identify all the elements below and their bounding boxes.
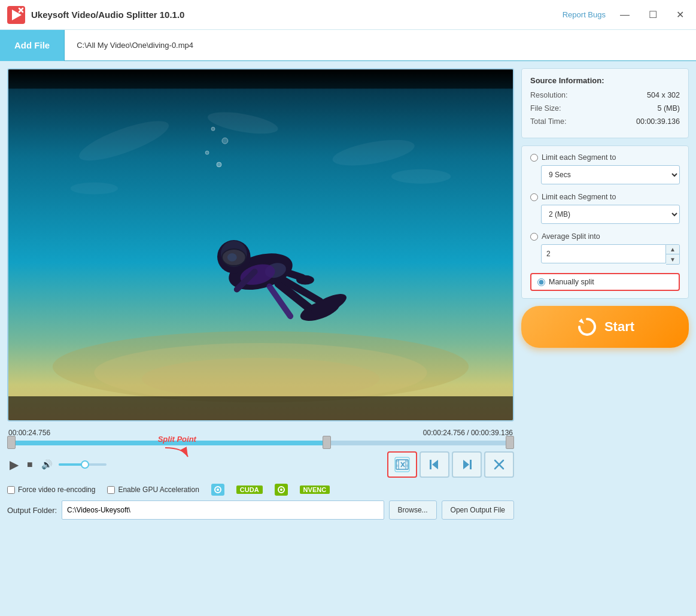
average-split-input[interactable] [541, 244, 666, 263]
svg-point-54 [280, 488, 282, 491]
volume-icon[interactable]: 🔊 [39, 457, 55, 472]
split-at-point-button[interactable] [387, 451, 417, 478]
resolution-label: Resolution: [530, 91, 568, 99]
limit-time-option: Limit each Segment to 9 Secs 10 Secs 15 … [530, 153, 680, 184]
limit-time-header: Limit each Segment to [530, 153, 680, 162]
time-display-row: 00:00:24.756 00:00:24.756 / 00:00:39.136 [7, 429, 514, 439]
video-overlay-bottom [8, 396, 513, 420]
file-path-display: C:\All My Video\One\diving-0.mp4 [65, 30, 696, 60]
average-split-header: Average Split into [530, 232, 680, 241]
limit-mb-header: Limit each Segment to [530, 193, 680, 201]
checkbox-row: Force video re-encoding Enable GPU Accel… [7, 484, 514, 496]
video-player[interactable] [7, 68, 514, 421]
nvenc-badge: NVENC [300, 485, 330, 494]
title-bar-left: Ukeysoft Video/Audio Splitter 10.1.0 [7, 6, 184, 24]
svg-rect-38 [406, 465, 408, 467]
svg-rect-35 [396, 460, 399, 462]
limit-mb-option: Limit each Segment to 2 (MB) 5 (MB) 10 (… [530, 193, 680, 224]
total-time-display: 00:00:24.756 / 00:00:39.136 [423, 429, 513, 437]
start-label: Start [604, 319, 634, 335]
gpu-icon [211, 484, 224, 496]
add-file-button[interactable]: Add File [0, 30, 65, 61]
limit-mb-label: Limit each Segment to [542, 193, 616, 201]
svg-marker-55 [579, 318, 584, 324]
action-buttons [387, 451, 514, 478]
svg-rect-36 [396, 465, 399, 467]
limit-mb-select[interactable]: 2 (MB) 5 (MB) 10 (MB) 20 (MB) 50 (MB) 10… [541, 205, 680, 224]
start-button[interactable]: Start [521, 306, 689, 348]
average-split-spinbox-row: ▲ ▼ [530, 244, 680, 265]
average-split-option: Average Split into ▲ ▼ [530, 232, 680, 265]
limit-time-select[interactable]: 9 Secs 10 Secs 15 Secs 20 Secs 30 Secs 6… [541, 165, 680, 184]
limit-time-radio[interactable] [530, 154, 538, 162]
spinbox-down-button[interactable]: ▼ [666, 254, 679, 264]
delete-icon [492, 457, 506, 472]
go-to-start-button[interactable] [420, 451, 449, 478]
left-panel: 00:00:24.756 00:00:24.756 / 00:00:39.136… [7, 68, 514, 609]
video-overlay-top [8, 69, 513, 89]
main-content: 00:00:24.756 00:00:24.756 / 00:00:39.136… [0, 61, 696, 616]
svg-point-11 [217, 162, 221, 167]
manually-split-option: Manually split [530, 273, 680, 291]
average-split-radio[interactable] [530, 233, 538, 241]
minimize-button[interactable]: — [615, 8, 634, 22]
svg-point-21 [296, 275, 314, 285]
svg-rect-46 [470, 460, 472, 469]
split-arrow [158, 445, 196, 465]
go-end-icon [460, 457, 474, 472]
title-bar-right: Report Bugs — ☐ ✕ [563, 8, 689, 22]
play-button[interactable]: ▶ [7, 455, 21, 474]
svg-point-12 [205, 151, 209, 154]
close-button[interactable]: ✕ [671, 8, 689, 22]
delete-segment-button[interactable] [484, 451, 514, 478]
title-bar: Ukeysoft Video/Audio Splitter 10.1.0 Rep… [0, 0, 696, 30]
svg-point-14 [211, 127, 215, 131]
volume-slider[interactable] [59, 463, 107, 466]
svg-point-19 [227, 253, 237, 262]
video-scene [8, 69, 513, 420]
resolution-row: Resolution: 504 x 302 [530, 91, 680, 99]
spinbox-buttons: ▲ ▼ [666, 244, 680, 265]
scissors-icon [394, 456, 411, 473]
maximize-button[interactable]: ☐ [644, 8, 662, 22]
gpu-accel-checkbox[interactable] [107, 486, 115, 494]
timeline-area: 00:00:24.756 00:00:24.756 / 00:00:39.136… [7, 426, 514, 522]
go-start-icon [427, 457, 442, 472]
limit-time-label: Limit each Segment to [542, 153, 616, 162]
svg-point-51 [217, 488, 219, 491]
volume-thumb [81, 460, 89, 469]
total-time-value: 00:00:39.136 [636, 117, 680, 126]
file-size-value: 5 (MB) [658, 104, 680, 113]
open-output-button[interactable]: Open Output File [442, 500, 514, 520]
range-handle-left[interactable] [7, 436, 16, 449]
report-bugs-link[interactable]: Report Bugs [563, 10, 606, 19]
video-frame [8, 69, 513, 420]
limit-mb-radio[interactable] [530, 193, 538, 201]
browse-button[interactable]: Browse... [389, 500, 437, 520]
go-to-end-button[interactable] [452, 451, 482, 478]
force-reencode-checkbox[interactable] [7, 486, 15, 494]
range-handle-right[interactable] [506, 436, 514, 449]
gpu-accel-text: Enable GPU Acceleration [118, 485, 199, 494]
stop-button[interactable]: ■ [25, 457, 35, 472]
svg-rect-44 [430, 460, 431, 469]
output-row: Output Folder: Browse... Open Output Fil… [7, 500, 514, 520]
total-time-row: Total Time: 00:00:39.136 [530, 117, 680, 126]
bottom-bar: Force video re-encoding Enable GPU Accel… [7, 479, 514, 520]
right-panel: Source Information: Resolution: 504 x 30… [521, 68, 689, 609]
split-point-label: Split Point [158, 435, 196, 444]
gpu-accel-label[interactable]: Enable GPU Acceleration [107, 485, 199, 494]
cuda-badge: CUDA [236, 485, 263, 494]
svg-rect-37 [406, 460, 408, 462]
options-box: Limit each Segment to 9 Secs 10 Secs 15 … [521, 145, 689, 299]
output-folder-input[interactable] [62, 500, 384, 520]
spinbox-up-button[interactable]: ▲ [666, 245, 679, 254]
progress-bar[interactable] [7, 441, 514, 445]
controls-row: ▶ ■ 🔊 Split Point [7, 450, 514, 479]
playhead-handle[interactable] [323, 436, 331, 449]
force-reencode-text: Force video re-encoding [18, 485, 95, 494]
limit-mb-select-row: 2 (MB) 5 (MB) 10 (MB) 20 (MB) 50 (MB) 10… [530, 205, 680, 224]
manually-split-label: Manually split [549, 278, 594, 286]
force-reencode-label[interactable]: Force video re-encoding [7, 485, 95, 494]
manually-split-radio[interactable] [537, 278, 545, 286]
